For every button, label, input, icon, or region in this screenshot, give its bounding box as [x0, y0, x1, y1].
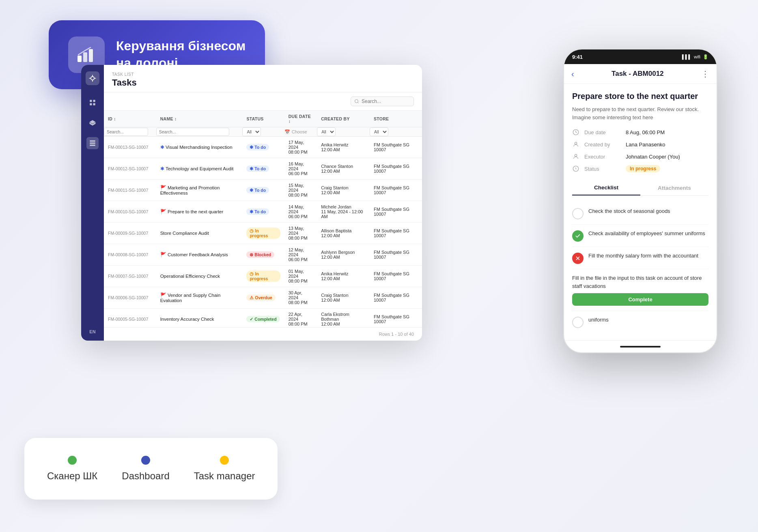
feature-label-scanner: Сканер ШК: [47, 470, 97, 482]
meta-status: Status In progress: [572, 165, 708, 172]
search-box[interactable]: [351, 97, 414, 106]
cell-created-by: Craig Stanton 12:00 AM: [317, 180, 370, 201]
dot-taskmanager: [220, 456, 229, 465]
dot-dashboard: [141, 456, 150, 465]
meta-due-date: Due date 8 Aug, 06:00 PM: [572, 129, 708, 136]
due-date-value: 8 Aug, 06:00 PM: [626, 129, 665, 135]
svg-point-18: [575, 142, 577, 144]
cell-status: ◷ In progress: [242, 223, 284, 244]
table-row: FM-00006-SG-10007 🚩 Vendor and Supply Ch…: [104, 287, 422, 309]
dot-scanner: [68, 456, 77, 465]
tab-checklist[interactable]: Checklist: [572, 180, 640, 195]
home-indicator: [620, 346, 661, 348]
feature-item-dashboard: Dashboard: [122, 456, 169, 482]
checklist-text-1: Check the stock of seasonal goods: [588, 207, 708, 215]
check-circle-1[interactable]: [572, 208, 584, 219]
more-button[interactable]: ⋮: [701, 69, 709, 79]
svg-rect-12: [90, 140, 95, 142]
check-circle-5[interactable]: [572, 317, 584, 328]
check-circle-3[interactable]: [572, 253, 584, 264]
cell-name: ✱ Technology and Equipment Audit: [156, 158, 243, 180]
table-footer: Rows 1 - 10 of 40: [104, 327, 422, 341]
cell-due-date: 01 May, 2024 08:00 PM: [284, 266, 317, 287]
cell-id: FM-00005-SG-10007: [104, 309, 156, 328]
cell-created-by: Anika Herwitz 12:00 AM: [317, 266, 370, 287]
phone-notch: 9:41 ▌▌▌ wifi 🔋: [564, 49, 717, 64]
complete-button[interactable]: Complete: [572, 293, 708, 306]
phone-bottom-bar: [564, 340, 717, 352]
phone-time: 9:41: [572, 54, 583, 60]
table-row: FM-00013-SG-10007 ✱ Visual Merchandising…: [104, 137, 422, 158]
back-button[interactable]: ‹: [571, 69, 574, 79]
table-row: FM-00005-SG-10007 Inventory Accuracy Che…: [104, 309, 422, 328]
cell-name: 🚩 Customer Feedback Analysis: [156, 244, 243, 266]
window-header: TASK LIST Tasks: [104, 65, 422, 92]
cell-id: FM-00012-SG-10007: [104, 158, 156, 180]
checklist-text-2: Check availability of employees' summer …: [588, 230, 708, 238]
cell-due-date: 14 May, 2024 06:00 PM: [284, 201, 317, 223]
svg-rect-8: [90, 100, 92, 102]
sidebar-icon-hat[interactable]: [86, 117, 99, 129]
cell-status: ⚠ Overdue: [242, 287, 284, 309]
cell-store: FM Southgate SG 10007: [370, 223, 422, 244]
cell-id: FM-00009-SG-10007: [104, 223, 156, 244]
cell-id: FM-00010-SG-10007: [104, 201, 156, 223]
status-badge: ✓ Completed: [246, 316, 280, 322]
svg-point-15: [355, 100, 358, 103]
tab-bar: Checklist Attachments: [572, 180, 708, 196]
wifi-icon: wifi: [694, 54, 700, 59]
filter-name[interactable]: [156, 128, 230, 136]
executor-icon: [572, 153, 579, 160]
table-row: FM-00008-SG-10007 🚩 Customer Feedback An…: [104, 244, 422, 266]
search-input[interactable]: [362, 99, 410, 104]
check-circle-2[interactable]: [572, 230, 584, 242]
task-meta: Due date 8 Aug, 06:00 PM Created by Lana…: [572, 129, 708, 172]
cell-store: FM Southgate SG 10007: [370, 158, 422, 180]
cell-due-date: 17 May, 2024 08:00 PM: [284, 137, 317, 158]
phone-wrapper: 9:41 ▌▌▌ wifi 🔋 ‹ Task - ABM0012 ⋮ Prepa…: [563, 49, 717, 353]
toolbar: [104, 92, 422, 111]
phone-status-icons: ▌▌▌ wifi 🔋: [682, 54, 708, 60]
due-date-label: Due date: [584, 129, 621, 135]
cell-id: FM-00007-SG-10007: [104, 266, 156, 287]
filter-status[interactable]: All: [242, 127, 261, 136]
window-title: Tasks: [112, 77, 414, 88]
status-badge: ✱ To do: [246, 165, 269, 172]
task-list-label: TASK LIST: [112, 72, 414, 77]
svg-rect-2: [89, 49, 93, 62]
sidebar-logo: [86, 71, 99, 85]
cell-store: FM Southgate SG 10007: [370, 180, 422, 201]
task-title: Prepare store to the next quarter: [572, 91, 708, 101]
cell-status: ✓ Completed: [242, 309, 284, 328]
tab-attachments[interactable]: Attachments: [640, 180, 708, 195]
cell-due-date: 12 May, 2024 06:00 PM: [284, 244, 317, 266]
col-id: ID ↕: [104, 111, 156, 127]
checklist-item-4: Fill in the file in the input to this ta…: [572, 269, 708, 311]
created-by-label: Created by: [584, 142, 621, 148]
sidebar-icon-tasks[interactable]: [86, 137, 99, 149]
status-label: Status: [584, 166, 621, 172]
tasks-table: ID ↕ NAME ↕ STATUS DUE DATE ↕ CREATED BY…: [104, 111, 422, 327]
sidebar-icon-dashboard[interactable]: [86, 97, 99, 109]
cell-name: ✱ Visual Merchandising Inspection: [156, 137, 243, 158]
filter-store[interactable]: All: [370, 127, 388, 136]
cell-name: 🚩 Vendor and Supply Chain Evaluation: [156, 287, 243, 309]
phone-nav-title: Task - ABM0012: [612, 70, 664, 78]
window-sidebar: EN: [81, 65, 104, 341]
table-row: FM-00010-SG-10007 🚩 Prepare to the next …: [104, 201, 422, 223]
status-badge: ◷ In progress: [246, 270, 280, 282]
checklist-item-1: Check the stock of seasonal goods: [572, 202, 708, 225]
status-badge: ✱ To do: [246, 144, 269, 150]
cell-created-by: Allison Baptista 12:00 AM: [317, 223, 370, 244]
cell-id: FM-00006-SG-10007: [104, 287, 156, 309]
col-status: STATUS: [242, 111, 284, 127]
table-header-row: ID ↕ NAME ↕ STATUS DUE DATE ↕ CREATED BY…: [104, 111, 422, 127]
table-row: FM-00007-SG-10007 Operational Efficiency…: [104, 266, 422, 287]
filter-created-by[interactable]: All: [317, 127, 336, 136]
phone: 9:41 ▌▌▌ wifi 🔋 ‹ Task - ABM0012 ⋮ Prepa…: [563, 49, 717, 353]
filter-id[interactable]: [104, 128, 148, 136]
feature-item-scanner: Сканер ШК: [47, 456, 97, 482]
feature-item-taskmanager: Task manager: [194, 456, 255, 482]
checklist-text-5: uniforms: [588, 316, 708, 324]
battery-icon: 🔋: [703, 54, 708, 60]
